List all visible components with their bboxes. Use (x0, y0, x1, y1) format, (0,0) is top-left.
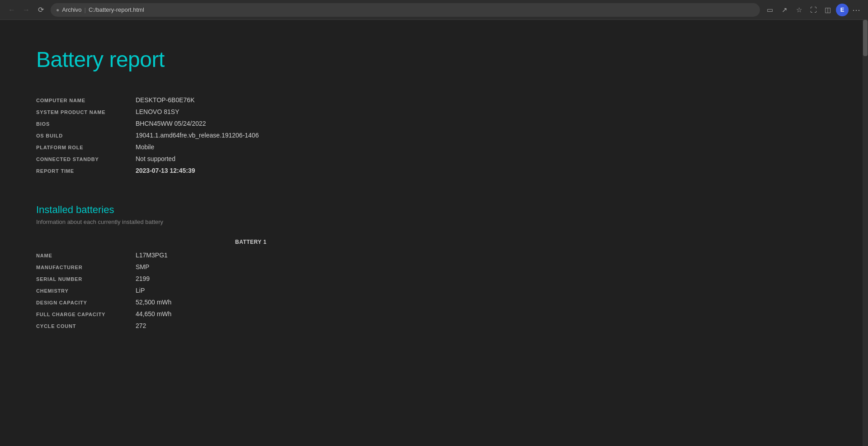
info-row-bios: BIOS BHCN45WW 05/24/2022 (36, 118, 642, 130)
label-connected-standby: CONNECTED STANDBY (36, 157, 136, 162)
page-content: Battery report COMPUTER NAME DESKTOP-6B0… (0, 20, 678, 386)
system-info-table: COMPUTER NAME DESKTOP-6B0E76K SYSTEM PRO… (36, 95, 642, 177)
info-row-connected-standby: CONNECTED STANDBY Not supported (36, 153, 642, 165)
installed-batteries-section: Installed batteries Information about ea… (36, 204, 642, 332)
value-manufacturer: SMP (136, 263, 149, 270)
address-path: C:/battery-report.html (89, 6, 144, 13)
battery-info-table: NAME L17M3PG1 MANUFACTURER SMP SERIAL NU… (36, 250, 642, 332)
browser-chrome: ← → ⟳ ● Archivo | C:/battery-report.html… (0, 0, 868, 20)
label-full-charge-capacity: FULL CHARGE CAPACITY (36, 312, 136, 317)
value-connected-standby: Not supported (136, 155, 175, 162)
info-row-report-time: REPORT TIME 2023-07-13 12:45:39 (36, 165, 642, 177)
value-serial-number: 2199 (136, 275, 150, 282)
back-button[interactable]: ← (5, 4, 18, 16)
forward-button[interactable]: → (20, 4, 33, 16)
share-button[interactable]: ↗ (778, 4, 791, 16)
battery-row-name: NAME L17M3PG1 (36, 250, 642, 261)
info-row-system-product-name: SYSTEM PRODUCT NAME LENOVO 81SY (36, 106, 642, 118)
scrollbar-track (863, 20, 868, 386)
address-separator: | (85, 6, 86, 13)
value-battery-name: L17M3PG1 (136, 251, 168, 259)
value-cycle-count: 272 (136, 322, 146, 329)
label-report-time: REPORT TIME (36, 168, 136, 174)
reload-button[interactable]: ⟳ (34, 4, 47, 16)
battery-column-header: BATTERY 1 (136, 239, 642, 245)
battery-row-chemistry: CHEMISTRY LiP (36, 285, 642, 297)
info-row-computer-name: COMPUTER NAME DESKTOP-6B0E76K (36, 95, 642, 106)
battery-row-design-capacity: DESIGN CAPACITY 52,500 mWh (36, 297, 642, 308)
battery-row-full-charge-capacity: FULL CHARGE CAPACITY 44,650 mWh (36, 308, 642, 320)
label-computer-name: COMPUTER NAME (36, 98, 136, 103)
label-os-build: OS BUILD (36, 133, 136, 138)
label-manufacturer: MANUFACTURER (36, 265, 136, 270)
battery-row-cycle-count: CYCLE COUNT 272 (36, 320, 642, 332)
address-icon: ● (56, 7, 59, 13)
favorites-button[interactable]: ☆ (793, 4, 805, 16)
value-design-capacity: 52,500 mWh (136, 299, 171, 306)
label-battery-name: NAME (36, 253, 136, 258)
batteries-section-subtitle: Information about each currently install… (36, 218, 642, 225)
value-chemistry: LiP (136, 287, 145, 294)
extensions-button[interactable]: ⛶ (807, 4, 820, 16)
label-serial-number: SERIAL NUMBER (36, 276, 136, 282)
battery-row-manufacturer: MANUFACTURER SMP (36, 261, 642, 273)
label-system-product-name: SYSTEM PRODUCT NAME (36, 109, 136, 115)
page-title: Battery report (36, 47, 642, 72)
profile-button[interactable]: E (836, 4, 849, 16)
label-bios: BIOS (36, 121, 136, 127)
battery-row-serial-number: SERIAL NUMBER 2199 (36, 273, 642, 285)
batteries-section-title: Installed batteries (36, 204, 642, 216)
value-system-product-name: LENOVO 81SY (136, 108, 179, 115)
info-row-platform-role: PLATFORM ROLE Mobile (36, 142, 642, 153)
browser-actions: ▭ ↗ ☆ ⛶ ◫ E ⋯ (764, 4, 863, 16)
address-protocol: Archivo (62, 6, 81, 13)
value-bios: BHCN45WW 05/24/2022 (136, 120, 206, 127)
cast-button[interactable]: ▭ (764, 4, 776, 16)
label-cycle-count: CYCLE COUNT (36, 323, 136, 329)
scrollbar-thumb[interactable] (863, 20, 868, 56)
address-bar[interactable]: ● Archivo | C:/battery-report.html (51, 3, 760, 17)
value-report-time: 2023-07-13 12:45:39 (136, 167, 195, 174)
label-chemistry: CHEMISTRY (36, 288, 136, 294)
battery-column-label: BATTERY 1 (235, 239, 267, 245)
value-full-charge-capacity: 44,650 mWh (136, 310, 171, 318)
value-os-build: 19041.1.amd64fre.vb_release.191206-1406 (136, 132, 259, 139)
info-row-os-build: OS BUILD 19041.1.amd64fre.vb_release.191… (36, 130, 642, 142)
value-computer-name: DESKTOP-6B0E76K (136, 96, 194, 104)
label-design-capacity: DESIGN CAPACITY (36, 300, 136, 305)
split-screen-button[interactable]: ◫ (821, 4, 834, 16)
value-platform-role: Mobile (136, 143, 154, 151)
menu-button[interactable]: ⋯ (850, 5, 863, 15)
nav-buttons: ← → ⟳ (5, 4, 47, 16)
label-platform-role: PLATFORM ROLE (36, 145, 136, 150)
